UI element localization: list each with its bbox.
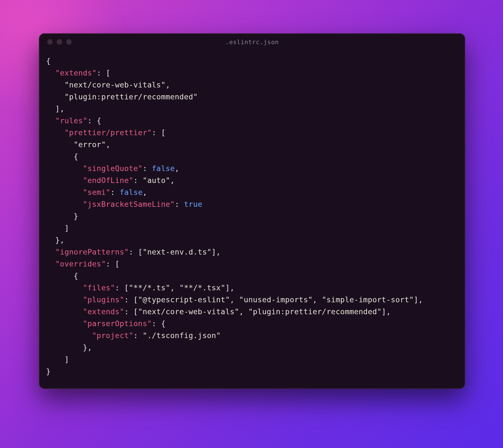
token-punct: ], — [225, 283, 235, 292]
token-str: "@typescript-eslint" — [138, 295, 230, 304]
code-line: "prettier/prettier": [ — [46, 127, 458, 139]
token-punct: , — [143, 188, 147, 197]
token-key: "semi" — [83, 188, 110, 197]
token-punct — [46, 283, 83, 292]
token-punct — [46, 164, 83, 173]
token-key: "endOfLine" — [83, 176, 133, 185]
code-line: }, — [46, 234, 458, 246]
token-key: "extends" — [55, 69, 97, 77]
token-punct: ] — [46, 355, 69, 364]
token-punct — [46, 176, 83, 185]
code-line: ] — [46, 353, 458, 365]
code-line: "files": ["**/*.ts", "**/*.tsx"], — [46, 282, 458, 294]
token-str: "simple-import-sort" — [322, 295, 414, 304]
code-line: "endOfLine": "auto", — [46, 174, 458, 186]
token-punct — [46, 188, 83, 197]
code-line: { — [46, 270, 458, 282]
code-line: "ignorePatterns": ["next-env.d.ts"], — [46, 246, 458, 258]
token-punct: : [ — [97, 69, 110, 77]
token-punct: }, — [46, 343, 92, 352]
code-line: "singleQuote": false, — [46, 162, 458, 174]
code-line: ], — [46, 103, 458, 115]
token-str: "unused-imports" — [239, 295, 313, 304]
code-line: "parserOptions": { — [46, 318, 458, 329]
token-punct: : — [134, 176, 143, 185]
token-str: "auto" — [143, 176, 170, 185]
token-punct — [46, 80, 64, 89]
token-punct: }, — [46, 236, 64, 244]
token-punct: : — [134, 331, 143, 340]
token-punct — [46, 248, 55, 256]
token-punct: : { — [87, 116, 101, 125]
code-line: "plugin:prettier/recommended" — [46, 91, 458, 103]
token-bool: false — [152, 164, 175, 173]
token-punct: : [ — [129, 248, 143, 256]
token-key: "singleQuote" — [83, 164, 142, 173]
token-punct — [46, 140, 74, 149]
token-punct: : — [143, 164, 152, 173]
token-punct — [46, 116, 55, 125]
token-str: "next/core-web-vitals" — [138, 307, 239, 316]
token-punct: , — [313, 295, 322, 304]
token-punct: , — [106, 140, 110, 149]
code-line: "rules": { — [46, 115, 458, 127]
code-line: "jsxBracketSameLine": true — [46, 198, 458, 210]
token-punct: : [ — [106, 260, 120, 268]
token-punct: { — [46, 271, 78, 280]
token-key: "jsxBracketSameLine" — [83, 200, 175, 208]
token-punct: , — [170, 283, 179, 292]
token-punct: ], — [212, 248, 221, 256]
code-line: }, — [46, 341, 458, 353]
token-punct: } — [46, 212, 78, 220]
token-key: "plugins" — [83, 295, 124, 304]
code-line: } — [46, 210, 458, 222]
code-content: { "extends": [ "next/core-web-vitals", "… — [39, 50, 465, 388]
code-window: .eslintrc.json { "extends": [ "next/core… — [39, 33, 465, 389]
code-line: { — [46, 55, 458, 67]
token-str: "**/*.ts" — [129, 283, 170, 292]
titlebar: .eslintrc.json — [39, 34, 465, 50]
token-str: "next-env.d.ts" — [143, 248, 212, 256]
code-line: "next/core-web-vitals", — [46, 79, 458, 91]
token-punct — [46, 331, 92, 340]
window-title: .eslintrc.json — [39, 39, 465, 46]
token-punct — [46, 69, 55, 77]
token-punct: ], — [414, 295, 423, 304]
code-line: "project": "./tsconfig.json" — [46, 329, 458, 341]
code-line: "plugins": ["@typescript-eslint", "unuse… — [46, 294, 458, 306]
code-line: "overrides": [ — [46, 258, 458, 270]
code-line: "extends": ["next/core-web-vitals", "plu… — [46, 306, 458, 318]
token-punct: : [ — [124, 307, 138, 316]
token-str: "./tsconfig.json" — [143, 331, 221, 340]
token-punct: ], — [382, 307, 391, 316]
token-punct: ], — [46, 104, 64, 113]
token-bool: false — [120, 188, 143, 197]
token-punct: : [ — [115, 283, 129, 292]
token-punct: : — [110, 188, 120, 197]
code-line: { — [46, 150, 458, 162]
token-punct: : — [175, 200, 184, 208]
token-punct — [46, 128, 64, 137]
token-key: "rules" — [55, 116, 87, 125]
token-punct: { — [46, 152, 78, 161]
token-punct: , — [165, 80, 170, 89]
token-str: "plugin:prettier/recommended" — [64, 92, 198, 101]
token-punct — [46, 295, 83, 304]
token-punct: , — [170, 176, 175, 185]
code-line: "semi": false, — [46, 186, 458, 198]
token-str: "**/*.tsx" — [179, 283, 225, 292]
code-line: } — [46, 365, 458, 377]
token-punct: ] — [46, 224, 69, 232]
token-punct — [46, 92, 64, 101]
token-key: "project" — [92, 331, 134, 340]
token-key: "parserOptions" — [83, 319, 152, 328]
token-punct: : [ — [152, 128, 166, 137]
token-key: "files" — [83, 283, 115, 292]
token-str: "next/core-web-vitals" — [64, 80, 165, 89]
token-punct: , — [230, 295, 239, 304]
token-key: "ignorePatterns" — [55, 248, 129, 256]
token-punct — [46, 200, 83, 208]
token-bool: true — [184, 200, 202, 208]
token-punct: : { — [152, 319, 166, 328]
code-line: "error", — [46, 139, 458, 150]
